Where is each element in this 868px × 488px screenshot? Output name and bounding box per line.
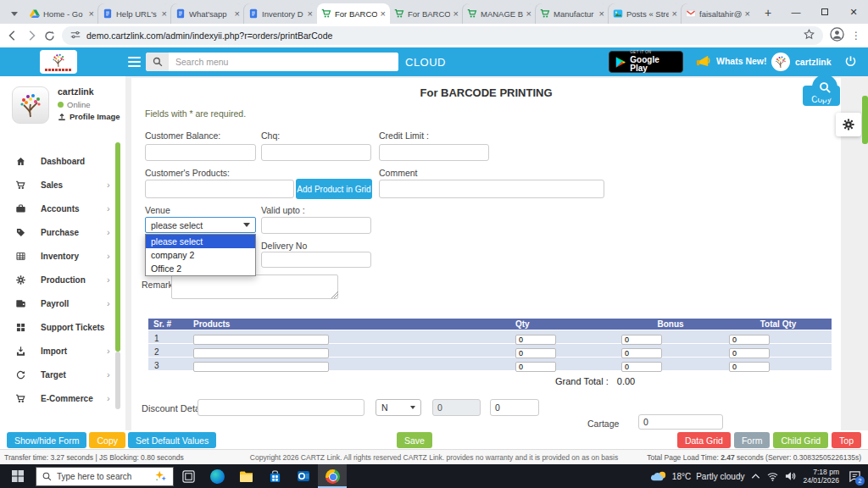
tab-close-icon[interactable]: × (599, 8, 604, 19)
valid-upto-input[interactable] (261, 217, 371, 234)
browser-tab[interactable]: Manufactur × (536, 3, 609, 24)
notification-center-icon[interactable]: 2 (846, 468, 863, 485)
site-settings-icon[interactable] (70, 28, 81, 43)
discount-type-select[interactable]: N (376, 399, 421, 416)
tab-close-icon[interactable]: × (235, 8, 240, 19)
tab-close-icon[interactable]: × (526, 8, 531, 19)
settings-flyout[interactable] (836, 113, 861, 136)
sidebar-item[interactable]: Production (0, 268, 125, 291)
venue-select[interactable]: please select (145, 217, 256, 233)
omnibox[interactable]: demo.cartzlink.com/admin/indexyii.php?r=… (62, 26, 823, 45)
outlook-icon[interactable] (289, 464, 318, 488)
volume-icon[interactable] (785, 471, 796, 481)
tray-chevron-icon[interactable] (751, 473, 760, 480)
window-close-button[interactable]: ✕ (839, 0, 868, 24)
logout-power-icon[interactable] (844, 55, 857, 71)
sidebar-item[interactable]: Support Tickets (0, 315, 125, 339)
delivery-no-input[interactable] (261, 252, 371, 268)
form-button[interactable]: Form (734, 432, 771, 448)
discount-amount-input[interactable] (490, 399, 539, 416)
url-text[interactable]: demo.cartzlink.com/admin/indexyii.php?r=… (86, 30, 332, 41)
venue-dropdown-option[interactable]: please select (146, 235, 255, 248)
show-hide-form-button[interactable]: Show/hide Form (7, 432, 86, 448)
copy-button[interactable]: Copy (89, 432, 125, 448)
new-tab-button[interactable]: + (758, 3, 778, 24)
tab-close-icon[interactable]: × (162, 8, 167, 19)
browser-tab[interactable]: Posts « Stre × (609, 3, 682, 24)
comment-input[interactable] (379, 180, 604, 198)
sidebar-scrollbar-track[interactable] (115, 352, 120, 409)
search-input[interactable] (169, 53, 398, 71)
sidebar-item[interactable]: Target (0, 363, 125, 386)
wifi-icon[interactable] (767, 472, 778, 481)
add-product-in-grid-button[interactable]: Add Product in Grid (296, 179, 372, 199)
browser-tab[interactable]: Help URL's × (98, 3, 171, 24)
data-grid-button[interactable]: Data Grid (677, 432, 731, 448)
row-bonus-input[interactable] (621, 362, 662, 372)
tab-close-icon[interactable]: × (672, 8, 677, 19)
textarea-resize-handle[interactable] (331, 291, 338, 298)
tab-close-icon[interactable]: × (745, 8, 750, 19)
set-default-values-button[interactable]: Set Default Values (128, 432, 216, 448)
venue-dropdown-option[interactable]: company 2 (146, 248, 255, 262)
hamburger-menu-icon[interactable] (128, 57, 141, 69)
tab-close-icon[interactable]: × (381, 8, 386, 19)
sidebar-item[interactable]: Import (0, 339, 125, 363)
taskbar-weather[interactable]: 18°C Partly cloudy (651, 470, 745, 483)
floating-search-button[interactable] (812, 75, 837, 100)
browser-tab[interactable]: For BARCO × (317, 3, 390, 24)
row-total-qty-input[interactable] (729, 362, 770, 372)
browser-tab[interactable]: For BARCO × (390, 3, 463, 24)
whats-new-button[interactable]: Whats New! (695, 53, 767, 68)
browser-tab[interactable]: Home - Go × (25, 3, 98, 24)
browser-tab[interactable]: MANAGE B × (463, 3, 536, 24)
tab-close-icon[interactable]: × (453, 8, 459, 19)
customer-balance-input[interactable] (145, 144, 256, 161)
cartage-input[interactable] (638, 414, 723, 430)
tab-close-icon[interactable]: × (89, 8, 94, 19)
google-play-badge[interactable]: GET IT ON Google Play (609, 51, 683, 73)
window-minimize-button[interactable]: — (782, 0, 810, 24)
bookmark-star-icon[interactable] (804, 28, 815, 43)
header-account[interactable]: cartzlink (771, 53, 832, 71)
app-logo[interactable] (40, 50, 77, 74)
top-button[interactable]: Top (832, 432, 861, 448)
row-qty-input[interactable] (515, 362, 556, 372)
reload-icon[interactable] (44, 30, 55, 42)
back-icon[interactable] (7, 30, 19, 42)
search-icon[interactable] (146, 53, 169, 71)
discount-detail-input[interactable] (198, 399, 364, 416)
task-view-icon[interactable] (174, 464, 203, 488)
taskbar-clock[interactable]: 7:18 pm 24/01/2026 (803, 468, 839, 485)
browser-tab[interactable]: Inventory D × (244, 3, 317, 24)
page-scrollbar-thumb[interactable] (862, 96, 868, 144)
credit-limit-input[interactable] (379, 144, 489, 161)
sidebar-item[interactable]: Accounts (0, 197, 125, 220)
browser-tab[interactable]: faisaltahir@ × (682, 3, 754, 24)
save-button[interactable]: Save (397, 432, 432, 448)
window-maximize-button[interactable] (810, 0, 839, 24)
edge-icon[interactable] (203, 464, 231, 488)
profile-avatar-icon[interactable] (830, 27, 844, 45)
remarks-textarea[interactable] (171, 274, 338, 299)
customers-products-input[interactable] (145, 180, 294, 198)
sidebar-item[interactable]: Payroll (0, 291, 125, 315)
sidebar-item[interactable]: Sales (0, 173, 125, 197)
browser-menu-icon[interactable]: ⋮ (851, 30, 861, 42)
tab-close-icon[interactable]: × (308, 8, 313, 19)
child-grid-button[interactable]: Child Grid (773, 432, 828, 448)
sidebar-item[interactable]: Dashboard (0, 149, 125, 173)
file-explorer-icon[interactable] (231, 464, 260, 488)
chq-input[interactable] (261, 144, 371, 161)
venue-dropdown-option[interactable]: Office 2 (146, 262, 255, 275)
profile-image-button[interactable]: Profile Image (58, 112, 125, 121)
start-button[interactable] (0, 464, 36, 488)
browser-tab[interactable]: What'sapp × (171, 3, 244, 24)
sidebar-item[interactable]: Purchase (0, 220, 125, 244)
sidebar-scrollbar-thumb[interactable] (115, 142, 120, 352)
taskbar-search-input[interactable] (57, 472, 148, 481)
sidebar-item[interactable]: Inventory (0, 244, 125, 268)
chrome-icon[interactable] (318, 464, 347, 488)
microsoft-store-icon[interactable] (260, 464, 289, 488)
taskbar-search[interactable] (36, 467, 174, 486)
